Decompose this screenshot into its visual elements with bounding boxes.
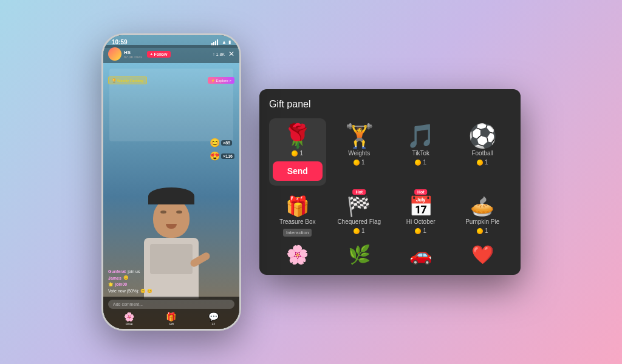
gift-item-partial-1[interactable]: 🌸 [269, 244, 326, 265]
weights-price: 1 [354, 159, 365, 166]
tiktok-price-value: 1 [423, 159, 426, 166]
chat-label: 22 [212, 322, 216, 326]
tiktok-price: 1 [415, 159, 426, 166]
battery-icon: ▮ [228, 39, 231, 45]
phone-screen: 10:59 ▲ ▮ HS [103, 35, 239, 329]
gift-icon: 🎁 [166, 312, 176, 322]
gift-item-pumpkin-pie[interactable]: 🥧 Pumpkin Pie 1 [454, 190, 511, 241]
avatar [108, 47, 121, 61]
football-gift-name: Football [471, 150, 493, 157]
gift-panel-title: Gift panel [269, 99, 511, 110]
coin-icon-football [477, 160, 483, 166]
coin-icon-october [415, 228, 421, 234]
ranking-bar: 🏆 Weekly Ranking ⚡ Explore > [108, 76, 234, 84]
gift-item-rose[interactable]: 🌹 1 Send [269, 118, 326, 186]
reaction-count-1: ×85 [221, 140, 232, 146]
weights-price-value: 1 [361, 159, 365, 166]
viewers-count: ↑ 1.8K [213, 52, 225, 56]
pumpkin-pie-gift-icon: 🥧 [470, 197, 494, 216]
chequered-flag-price-value: 1 [361, 228, 365, 234]
gift-grid-row2: 🎁 Treasure Box Interaction Hot 🏁 Chequer… [269, 190, 511, 241]
explore-button[interactable]: ⚡ Explore > [208, 77, 234, 84]
chequered-flag-gift-name: Chequered Flag [337, 218, 381, 225]
bottom-icon-gift[interactable]: 🎁 Gift [166, 312, 176, 326]
reaction-count-2: ×116 [221, 153, 234, 159]
pumpkin-pie-gift-name: Pumpkin Pie [465, 218, 499, 225]
gift-item-weights[interactable]: 🏋️ Weights 1 [331, 118, 388, 186]
coin-icon-rose [292, 150, 298, 157]
rose-price: 1 [292, 150, 303, 157]
phone-mockup: 10:59 ▲ ▮ HS [101, 33, 241, 331]
chat-username-3: 🌟 join00 [108, 282, 127, 287]
gift-item-hi-october[interactable]: Hot 📅 Hi October 1 [392, 190, 449, 241]
emoji-reactions: 😊 ×85 😍 ×116 [210, 138, 234, 161]
gift-item-partial-4[interactable]: ❤️ [454, 244, 511, 265]
coin-icon-tiktok [415, 160, 421, 166]
gift-item-tiktok[interactable]: 🎵 TikTok 1 [392, 118, 449, 186]
football-price: 1 [477, 159, 488, 166]
coin-icon-chequered [354, 228, 360, 234]
user-info: HS 67.3K Divis + Follow [108, 47, 171, 61]
treasure-box-gift-name: Treasure Box [279, 218, 316, 225]
rose-price-value: 1 [299, 150, 303, 157]
coin-icon-pumpkin [477, 228, 483, 234]
chat-username-2: James [108, 276, 121, 280]
rose-icon: 🌸 [124, 312, 134, 322]
comment-input[interactable]: Add comment... [108, 300, 234, 309]
treasure-box-gift-icon: 🎁 [285, 197, 310, 216]
partial-gift-icon-2: 🌿 [348, 244, 371, 265]
phone-status-icons: ▲ ▮ [211, 39, 231, 46]
follow-button[interactable]: + Follow [147, 51, 170, 58]
hi-october-gift-name: Hi October [406, 218, 436, 225]
hi-october-gift-icon: 📅 [409, 197, 433, 216]
football-gift-icon: ⚽ [468, 124, 497, 147]
tiktok-gift-name: TikTok [412, 150, 429, 157]
partial-gift-icon-4: ❤️ [471, 244, 494, 265]
chat-msg-2: James 😊 [108, 275, 234, 280]
rose-gift-icon: 🌹 [283, 124, 312, 147]
main-container: 10:59 ▲ ▮ HS [89, 21, 533, 343]
pumpkin-pie-price-value: 1 [485, 228, 488, 234]
chat-icon: 💬 [208, 312, 219, 322]
rose-label: Rose [126, 322, 133, 326]
gift-grid-row1: 🌹 1 Send 🏋️ Weights 1 🎵 TikTok [269, 118, 511, 186]
chat-text-1: join us [128, 269, 140, 274]
gift-item-football[interactable]: ⚽ Football 1 [454, 118, 511, 186]
football-price-value: 1 [485, 159, 488, 166]
bottom-icon-rose[interactable]: 🌸 Rose [124, 312, 134, 326]
bottom-icon-chat[interactable]: 💬 22 [208, 312, 219, 326]
hi-october-price-value: 1 [423, 228, 426, 234]
bottom-icons: 🌸 Rose 🎁 Gift 💬 22 [108, 312, 234, 326]
partial-gift-icon-1: 🌸 [286, 244, 309, 265]
coin-icon-weights [354, 160, 360, 166]
wifi-icon: ▲ [222, 39, 227, 45]
weekly-ranking-badge[interactable]: 🏆 Weekly Ranking [108, 76, 147, 84]
gift-grid-row3-partial: 🌸 🌿 🚗 ❤️ [269, 244, 511, 265]
chat-username-1: Gunferat [108, 269, 126, 274]
username: HS [124, 50, 142, 55]
tiktok-gift-icon: 🎵 [406, 124, 435, 147]
phone-bottom-bar: Add comment... 🌸 Rose 🎁 Gift 💬 22 [103, 297, 239, 329]
chat-msg-1: Gunferat join us [108, 269, 234, 274]
gift-item-partial-2[interactable]: 🌿 [331, 244, 388, 265]
gift-item-partial-3[interactable]: 🚗 [392, 244, 449, 265]
hi-october-price: 1 [415, 228, 426, 234]
weights-gift-name: Weights [348, 150, 370, 157]
chat-text-2: 😊 [123, 275, 129, 280]
send-button[interactable]: Send [273, 161, 323, 181]
gift-panel: Gift panel 🌹 1 Send 🏋️ Weights 1 [259, 89, 521, 275]
reaction-emoji-2: 😍 [210, 151, 220, 161]
interaction-badge: Interaction [283, 229, 312, 237]
hot-badge-chequered: Hot [352, 189, 366, 195]
close-button[interactable]: ✕ [228, 50, 234, 58]
pumpkin-pie-price: 1 [477, 228, 488, 234]
gift-item-chequered-flag[interactable]: Hot 🏁 Chequered Flag 1 [331, 190, 388, 241]
gift-label: Gift [169, 322, 174, 326]
reaction-1: 😊 ×85 [210, 138, 234, 147]
followers: 67.3K Divis [124, 55, 142, 59]
reaction-2: 😍 ×116 [210, 151, 234, 161]
reaction-emoji-1: 😊 [210, 138, 220, 147]
gift-item-treasure-box[interactable]: 🎁 Treasure Box Interaction [269, 190, 326, 241]
vote-bar: Vote now (50%): 😊 😊 [108, 289, 234, 294]
weights-gift-icon: 🏋️ [345, 124, 374, 147]
